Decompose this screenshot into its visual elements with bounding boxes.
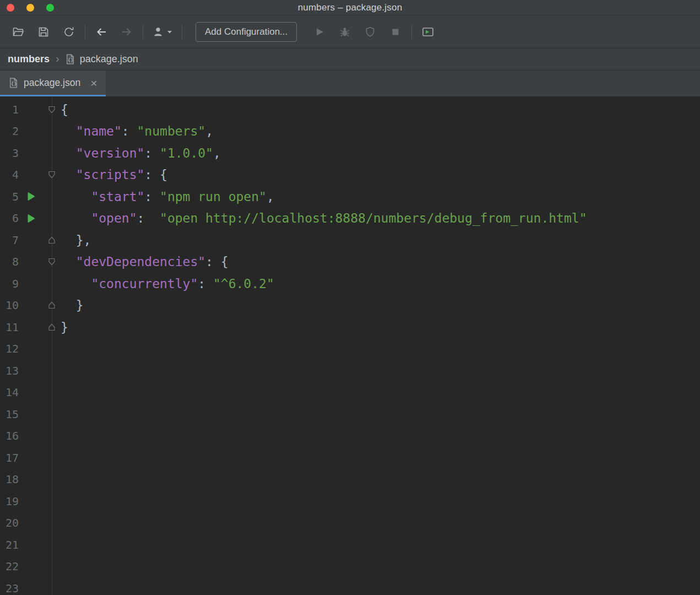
synchronize-icon[interactable] (56, 21, 82, 43)
line-number[interactable]: 9 (0, 277, 19, 290)
code-text[interactable]: "version": "1.0.0", (61, 146, 221, 160)
editor-line[interactable]: 12 (0, 338, 700, 360)
line-number[interactable]: 17 (0, 451, 19, 464)
code-text[interactable]: } (61, 320, 68, 334)
forward-icon[interactable] (114, 21, 139, 43)
run-icon[interactable] (307, 21, 332, 43)
editor-line[interactable]: 6 "open": "open http://localhost:8888/nu… (0, 208, 700, 230)
editor-line[interactable]: 4 "scripts": { (0, 164, 700, 186)
close-window-button[interactable] (7, 4, 14, 12)
editor[interactable]: 1{2 "name": "numbers",3 "version": "1.0.… (0, 96, 700, 595)
editor-line[interactable]: 21 (0, 534, 700, 556)
svg-text:{}: {} (11, 81, 17, 86)
debug-icon[interactable] (332, 21, 357, 43)
editor-tab-bar: {} package.json × (0, 71, 700, 96)
editor-line[interactable]: 23 (0, 577, 700, 595)
minimize-window-button[interactable] (26, 4, 34, 12)
editor-line[interactable]: 11} (0, 316, 700, 338)
chevron-right-icon: › (56, 52, 59, 65)
code-text[interactable]: "start": "npm run open", (61, 190, 274, 204)
run-with-coverage-icon[interactable] (357, 21, 383, 43)
line-number[interactable]: 4 (0, 168, 19, 181)
back-icon[interactable] (89, 21, 114, 43)
editor-line[interactable]: 9 "concurrently": "^6.0.2" (0, 273, 700, 295)
titlebar: numbers – package.json (0, 0, 700, 15)
line-number[interactable]: 6 (0, 212, 19, 225)
editor-line[interactable]: 10 } (0, 295, 700, 317)
line-number[interactable]: 21 (0, 538, 19, 551)
code-text[interactable]: "devDependencies": { (61, 255, 229, 269)
save-icon[interactable] (31, 21, 56, 43)
main-toolbar: Add Configuration... (0, 15, 700, 48)
close-tab-icon[interactable]: × (90, 77, 97, 89)
line-number[interactable]: 7 (0, 234, 19, 247)
fold-start-icon[interactable] (43, 171, 61, 178)
json-file-icon: {} (9, 78, 18, 88)
window-title: numbers – package.json (0, 2, 700, 13)
navigation-bar: numbers › {} package.json (0, 48, 700, 71)
toolbar-separator (143, 25, 143, 39)
line-number[interactable]: 1 (0, 103, 19, 116)
line-number[interactable]: 19 (0, 495, 19, 508)
stop-icon[interactable] (383, 21, 408, 43)
toolbar-separator (85, 25, 85, 39)
breadcrumb-project[interactable]: numbers (8, 53, 50, 65)
editor-line[interactable]: 15 (0, 403, 700, 425)
editor-line[interactable]: 3 "version": "1.0.0", (0, 142, 700, 164)
editor-line[interactable]: 19 (0, 490, 700, 512)
editor-line[interactable]: 14 (0, 382, 700, 404)
editor-line[interactable]: 5 "start": "npm run open", (0, 186, 700, 208)
line-number[interactable]: 22 (0, 560, 19, 573)
tab-package-json[interactable]: {} package.json × (0, 71, 106, 96)
editor-line[interactable]: 16 (0, 425, 700, 447)
line-number[interactable]: 10 (0, 299, 19, 312)
tab-label: package.json (24, 77, 80, 89)
code-text[interactable]: "concurrently": "^6.0.2" (61, 277, 274, 291)
editor-line[interactable]: 1{ (0, 99, 700, 121)
editor-line[interactable]: 20 (0, 512, 700, 534)
code-text[interactable]: "open": "open http://localhost:8888/numb… (61, 211, 587, 225)
line-number[interactable]: 15 (0, 408, 19, 421)
editor-line[interactable]: 8 "devDependencies": { (0, 251, 700, 273)
json-file-icon: {} (66, 54, 75, 64)
fold-start-icon[interactable] (43, 258, 61, 266)
fold-end-icon[interactable] (43, 301, 61, 309)
user-dropdown-icon[interactable] (146, 21, 178, 43)
breadcrumb-file[interactable]: package.json (80, 53, 138, 65)
line-number[interactable]: 3 (0, 147, 19, 160)
line-number[interactable]: 5 (0, 190, 19, 203)
line-number[interactable]: 16 (0, 429, 19, 442)
run-script-gutter-icon[interactable] (19, 214, 43, 223)
code-text[interactable]: }, (61, 233, 91, 247)
terminal-run-icon[interactable] (415, 21, 441, 43)
line-number[interactable]: 23 (0, 582, 19, 595)
editor-line[interactable]: 18 (0, 469, 700, 491)
code-text[interactable]: } (61, 298, 84, 312)
fold-start-icon[interactable] (43, 106, 61, 113)
fold-end-icon[interactable] (43, 323, 61, 331)
editor-line[interactable]: 7 }, (0, 229, 700, 251)
line-number[interactable]: 2 (0, 125, 19, 138)
line-number[interactable]: 13 (0, 364, 19, 377)
code-text[interactable]: "name": "numbers", (61, 124, 213, 138)
editor-line[interactable]: 17 (0, 447, 700, 469)
line-number[interactable]: 18 (0, 473, 19, 486)
line-number[interactable]: 14 (0, 386, 19, 399)
open-folder-icon[interactable] (6, 21, 31, 43)
line-number[interactable]: 20 (0, 516, 19, 529)
toolbar-separator (182, 25, 182, 39)
add-configuration-button[interactable]: Add Configuration... (196, 22, 297, 42)
code-text[interactable]: "scripts": { (61, 167, 167, 182)
fold-end-icon[interactable] (43, 236, 61, 244)
zoom-window-button[interactable] (46, 4, 54, 12)
editor-lines[interactable]: 1{2 "name": "numbers",3 "version": "1.0.… (0, 99, 700, 595)
line-number[interactable]: 8 (0, 255, 19, 268)
toolbar-separator (411, 25, 412, 39)
line-number[interactable]: 12 (0, 342, 19, 355)
editor-line[interactable]: 2 "name": "numbers", (0, 121, 700, 143)
line-number[interactable]: 11 (0, 321, 19, 334)
run-script-gutter-icon[interactable] (19, 192, 43, 201)
editor-line[interactable]: 22 (0, 556, 700, 578)
code-text[interactable]: { (61, 102, 68, 117)
editor-line[interactable]: 13 (0, 360, 700, 382)
